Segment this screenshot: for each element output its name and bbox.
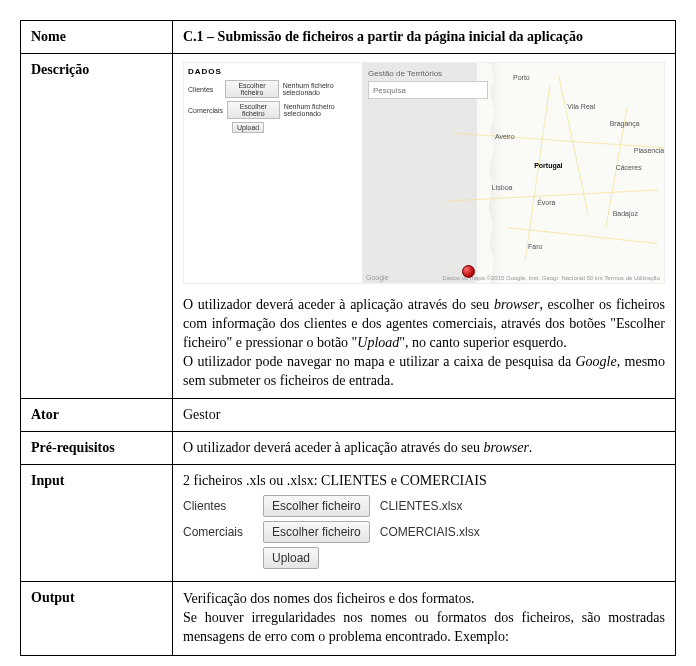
map-city-caceres: Cáceres	[616, 164, 642, 171]
map-city-badajoz: Badajoz	[613, 210, 638, 217]
label-ator: Ator	[21, 399, 173, 432]
mini-comerciais-label: Comerciais	[183, 525, 253, 539]
value-descricao: DADOS Clientes Escolher ficheiro Nenhum …	[173, 54, 676, 399]
value-nome: C.1 – Submissão de ficheiros a partir da…	[173, 21, 676, 54]
label-descricao: Descrição	[21, 54, 173, 399]
mini-choose-comerciais-button[interactable]: Escolher ficheiro	[263, 521, 370, 543]
map-city-lisboa: Lisboa	[492, 184, 513, 191]
app-left-panel: DADOS Clientes Escolher ficheiro Nenhum …	[184, 63, 362, 283]
app-row-clientes-label: Clientes	[188, 86, 221, 93]
map-city-vilareal: Vila Real	[567, 103, 595, 110]
google-logo: Google	[366, 274, 389, 281]
output-line2: Se houver irregularidades nos nomes ou f…	[183, 609, 665, 647]
map-label-portugal: Portugal	[534, 162, 562, 169]
mini-row-upload: Upload	[183, 547, 665, 569]
mini-choose-clientes-button[interactable]: Escolher ficheiro	[263, 495, 370, 517]
map-credits: Dados do mapa ©2015 Google, Inst. Geogr.…	[443, 275, 660, 281]
map-city-porto: Porto	[513, 74, 530, 81]
map-city-plasencia: Plasencia	[634, 147, 664, 154]
value-ator: Gestor	[173, 399, 676, 432]
mini-clientes-label: Clientes	[183, 499, 253, 513]
no-file-clientes: Nenhum ficheiro selecionado	[283, 82, 358, 96]
input-mini-form: Clientes Escolher ficheiro CLIENTES.xlsx…	[183, 495, 665, 569]
mini-comerciais-file: COMERCIAIS.xlsx	[380, 525, 480, 539]
descricao-paragraph-2: O utilizador pode navegar no mapa e util…	[183, 353, 665, 391]
upload-button-app[interactable]: Upload	[232, 122, 264, 133]
app-search-wrap: Gestão de Territórios	[368, 69, 488, 99]
value-prereq: O utilizador deverá aceder à aplicação a…	[173, 432, 676, 465]
input-line1: 2 ficheiros .xls ou .xlsx: CLIENTES e CO…	[183, 473, 665, 489]
mini-clientes-file: CLIENTES.xlsx	[380, 499, 463, 513]
app-map-panel[interactable]: Gestão de Territórios	[362, 63, 664, 283]
app-row-clientes: Clientes Escolher ficheiro Nenhum fichei…	[188, 80, 358, 98]
label-nome: Nome	[21, 21, 173, 54]
embedded-app-screenshot: DADOS Clientes Escolher ficheiro Nenhum …	[183, 62, 665, 284]
map-city-aveiro: Aveiro	[495, 133, 515, 140]
value-input: 2 ficheiros .xls ou .xlsx: CLIENTES e CO…	[173, 465, 676, 582]
value-output: Verificação dos nomes dos ficheiros e do…	[173, 582, 676, 656]
label-output: Output	[21, 582, 173, 656]
app-panel-title: DADOS	[188, 67, 358, 76]
mini-upload-button[interactable]: Upload	[263, 547, 319, 569]
map-city-braganca: Bragança	[610, 120, 640, 127]
choose-file-clientes-button[interactable]: Escolher ficheiro	[225, 80, 278, 98]
descricao-paragraph-1: O utilizador deverá aceder à aplicação a…	[183, 296, 665, 353]
label-prereq: Pré-requisitos	[21, 432, 173, 465]
label-input: Input	[21, 465, 173, 582]
app-row-upload: Upload	[188, 122, 358, 133]
app-row-comerciais-label: Comerciais	[188, 107, 223, 114]
app-row-comerciais: Comerciais Escolher ficheiro Nenhum fich…	[188, 101, 358, 119]
app-search-input[interactable]	[368, 81, 488, 99]
choose-file-comerciais-button[interactable]: Escolher ficheiro	[227, 101, 280, 119]
mini-row-clientes: Clientes Escolher ficheiro CLIENTES.xlsx	[183, 495, 665, 517]
no-file-comerciais: Nenhum ficheiro selecionado	[284, 103, 358, 117]
output-line1: Verificação dos nomes dos ficheiros e do…	[183, 590, 665, 609]
app-search-title: Gestão de Territórios	[368, 69, 488, 78]
usecase-table: Nome C.1 – Submissão de ficheiros a part…	[20, 20, 676, 656]
map-city-evora: Évora	[537, 199, 555, 206]
mini-row-comerciais: Comerciais Escolher ficheiro COMERCIAIS.…	[183, 521, 665, 543]
map-city-faro: Faro	[528, 243, 542, 250]
